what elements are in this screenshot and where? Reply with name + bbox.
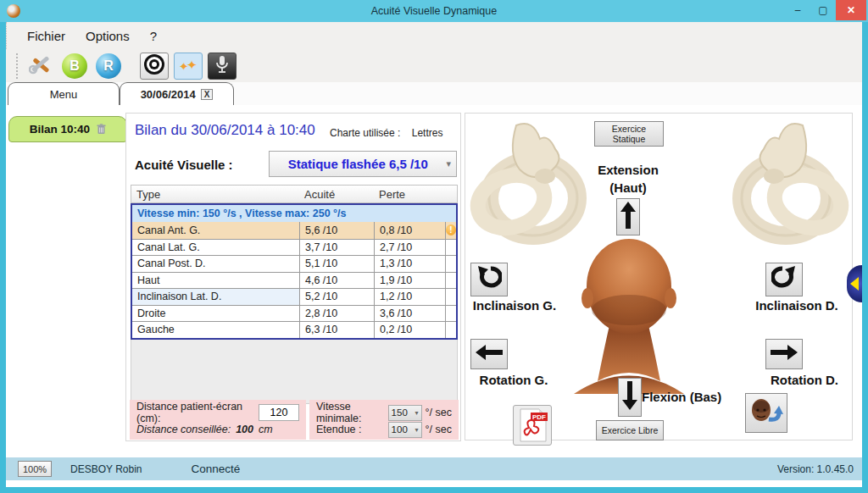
bilan-time: 10:40 [279,122,315,138]
exercice-statique-button[interactable]: Exercice Statique [594,121,664,147]
flexion-label: Flexion (Bas) [642,390,752,404]
microphone-button[interactable] [208,53,236,80]
inclinaison-gauche-label: Inclinaison G. [465,298,564,313]
cell-acuite: 4,6 /10 [300,273,375,289]
rotation-gauche-label: Rotation G. [467,373,560,387]
cell-type: Gauche [132,322,300,338]
triangle-left-icon [850,277,859,291]
cell-type: Haut [132,273,300,289]
target-exercise-button[interactable] [140,53,169,80]
tab-bilan-date[interactable]: 30/06/2014 X [120,82,234,105]
inclinaison-gauche-button[interactable] [470,263,508,296]
exercise-panel: Exercice Statique Extension (Haut) Inc [465,113,853,440]
cell-acuite: 6,3 /10 [300,322,375,338]
cell-perte: 1,9 /10 [375,273,446,289]
reeducation-button[interactable]: R [94,53,123,80]
cell-acuite: 5,1 /10 [300,256,375,272]
header-perte[interactable]: Perte [374,188,445,201]
charte-value: Lettres [412,127,443,139]
flexion-down-button[interactable] [618,378,642,417]
advised-distance-unit: cm [259,424,273,435]
distance-input[interactable] [259,404,299,421]
settings-tools-button[interactable] [26,53,55,80]
pdf-export-button[interactable]: PDF [513,405,552,446]
pdf-icon: PDF [514,433,551,447]
arrow-up-icon [620,202,636,232]
cell-acuite: 2,8 /10 [300,306,375,322]
close-button[interactable]: ✕ [836,0,866,20]
acuity-dropdown[interactable]: Statique flashée 6,5 /10 ▾ [269,151,457,177]
tools-icon [29,53,53,80]
head-image [572,237,686,397]
cell-type: Droite [132,306,300,322]
bilan-button[interactable]: B [60,53,89,80]
extension-line1: Extension [598,163,659,177]
minimize-button[interactable]: – [785,0,810,20]
tab-menu[interactable]: Menu [8,82,120,105]
target-icon [143,53,165,79]
trash-icon[interactable] [97,124,106,135]
table-row[interactable]: Haut 4,6 /10 1,9 /10 [132,272,456,289]
cell-acuite: 3,7 /10 [300,240,375,256]
zoom-level-button[interactable]: 100% [18,461,52,477]
cell-perte: 2,7 /10 [375,240,446,256]
head-rotation-button[interactable] [745,393,787,433]
maximize-button[interactable]: ▢ [810,0,836,20]
tab-menu-label: Menu [50,88,78,101]
rotation-droite-label: Rotation D. [757,373,852,387]
speed-info-row: Vitesse min: 150 °/s , Vitesse max: 250 … [132,205,456,222]
toolbar: B R ✦✦✦ [6,49,862,82]
chevron-down-icon: ▾ [446,158,451,169]
min-speed-label: Vitesse minimale: [316,401,385,424]
content-area: Bilan 10:40 Bilan du 30/06/2014 à 10:40 [6,105,862,457]
range-unit: °/ sec [426,424,452,435]
cell-perte: 3,6 /10 [375,306,446,322]
window-border-left [0,22,6,487]
advised-distance-label: Distance conseillée: [136,424,231,435]
extension-up-button[interactable] [616,198,640,235]
speed-panel: Vitesse minimale: 150 ▾ °/ sec Etendue :… [309,400,459,440]
table-row[interactable]: Droite 2,8 /10 3,6 /10 [132,305,456,322]
app-window: Acuité Visuelle Dynamique – ▢ ✕ Fichier … [0,0,868,493]
table-row[interactable]: Inclinaison Lat. D. 5,2 /10 1,2 /10 [132,288,456,305]
bilan-title-prefix: Bilan du [135,122,186,138]
range-select[interactable]: 100 ▾ [388,422,422,438]
rotation-droite-button[interactable] [765,339,803,369]
bilan-title: Bilan du 30/06/2014 à 10:40 [135,122,315,139]
header-acuite[interactable]: Acuité [299,188,374,201]
rotation-gauche-button[interactable] [470,339,508,369]
sparkles-icon: ✦✦✦ [180,65,198,67]
table-row[interactable]: Canal Post. D. 5,1 /10 1,3 /10 [132,255,456,272]
cell-acuite: 5,6 /10 [300,222,375,239]
header-type[interactable]: Type [131,188,299,201]
chevron-down-icon: ▾ [415,426,419,434]
exercice-libre-button[interactable]: Exercice Libre [596,420,664,440]
table-row[interactable]: Canal Ant. G. 5,6 /10 0,8 /10 ! [132,222,456,239]
cell-acuite: 5,2 /10 [300,289,375,305]
user-name: DESBOY Robin [70,463,142,475]
window-border-bottom [0,487,868,493]
window-title: Acuité Visuelle Dynamique [0,5,868,17]
window-border-right [862,22,868,487]
inclinaison-droite-button[interactable] [765,263,803,296]
labyrinth-image-right [728,117,852,256]
sidebar-bilan-button[interactable]: Bilan 10:40 [8,116,127,142]
menu-options[interactable]: Options [77,26,138,46]
flash-exercise-button[interactable]: ✦✦✦ [174,53,203,80]
table-row[interactable]: Canal Lat. G. 3,7 /10 2,7 /10 [132,239,456,256]
menu-fichier[interactable]: Fichier [19,26,74,46]
cell-type: Canal Ant. G. [132,222,300,239]
menu-help[interactable]: ? [142,26,165,46]
rotate-cw-icon [771,266,797,293]
table-row[interactable]: Gauche 6,3 /10 0,2 /10 [132,321,456,338]
tab-close-icon[interactable]: X [201,89,214,100]
cell-perte: 0,2 /10 [375,322,446,338]
arrow-down-icon [622,381,637,413]
table-header: Type Acuité Perte [131,185,458,203]
menubar: Fichier Options ? [6,22,862,49]
range-value: 100 [392,424,408,435]
min-speed-select[interactable]: 150 ▾ [388,405,422,421]
min-speed-value: 150 [392,407,408,418]
extension-label: Extension (Haut) [581,161,676,197]
version-label: Version: 1.0.45.0 [777,463,854,475]
